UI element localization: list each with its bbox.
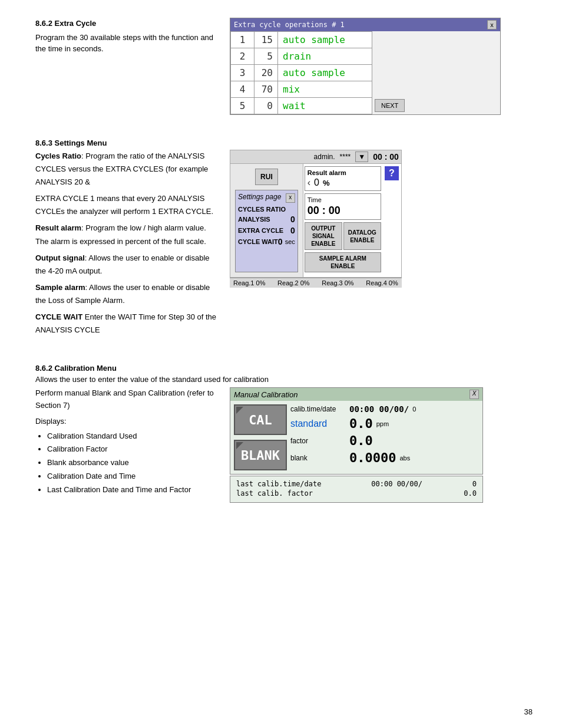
- last-factor-value: 0.0: [464, 489, 477, 498]
- perform-text: Perform manual Blank and Span Calibratio…: [35, 387, 218, 412]
- cycles-ratio-row: CYCLES RATIO: [238, 206, 295, 213]
- question-button[interactable]: ?: [385, 166, 399, 180]
- ec-func-4: wait: [278, 98, 372, 114]
- cycle-wait-row: CYCLE WAIT 0 sec: [238, 237, 295, 246]
- sample-alarm-button[interactable]: SAMPLE ALARM ENABLE: [305, 252, 381, 272]
- analysis-row: ANALYSIS 0: [238, 215, 295, 224]
- calibration-body: CAL BLANK calib.time/date 00:00 00/00/: [230, 401, 482, 474]
- result-alarm-label: Result alarm: [308, 169, 378, 176]
- ec-num-1: 2: [231, 48, 254, 65]
- factor-label: factor: [290, 437, 349, 445]
- settings-page-title: Settings page: [238, 193, 281, 201]
- datalog-enable-label: ENABLE: [345, 236, 379, 244]
- cycles-ratio-text: Cycles Ratio: Program the ratio of the A…: [35, 150, 218, 189]
- next-button[interactable]: NEXT: [375, 99, 405, 112]
- reag-item-2: Reag.3 0%: [322, 279, 353, 286]
- datalog-label: DATALOG: [345, 229, 379, 236]
- cycle-wait-text: CYCLE WAIT Enter the WAIT Time for Step …: [35, 311, 218, 337]
- calibration-header: 8.6.2 Calibration Menu: [35, 364, 533, 373]
- reag-item-0: Reag.1 0%: [233, 279, 265, 286]
- sample-enable-label: ENABLE: [307, 262, 379, 270]
- run-button[interactable]: RUI: [255, 169, 278, 185]
- settings-dialog-area: admin. **** ▼ 00 : 00 RUI Settings page …: [230, 150, 402, 340]
- blank-unit: abs: [399, 454, 410, 462]
- extra-cycle-body: 1 15 auto sample 2 5 drain 3 20 auto sam…: [230, 31, 500, 114]
- blank-row: blank 0.0000 abs: [290, 450, 479, 465]
- time-box: Time 00 : 00: [305, 193, 381, 220]
- calib-time-value: 00:00 00/00/: [349, 404, 409, 414]
- standard-unit: ppm: [376, 420, 389, 427]
- calibration-close-button[interactable]: X: [470, 390, 479, 399]
- ec-time-1: 5: [254, 48, 278, 65]
- standard-row: standard 0.0 ppm: [290, 416, 479, 431]
- result-alarm-arrow[interactable]: ‹: [308, 177, 310, 188]
- ec-func-0: auto sample: [278, 32, 372, 48]
- calibration-title: Manual Calibration: [234, 390, 297, 399]
- ec-num-3: 4: [231, 81, 254, 98]
- ec-time-3: 70: [254, 81, 278, 98]
- output-enable-label: ENABLE: [306, 240, 340, 248]
- calib-time-extra: 0: [412, 406, 416, 413]
- displays-label: Displays:: [35, 416, 218, 428]
- calibration-fields: calib.time/date 00:00 00/00/ 0 standard …: [290, 404, 479, 470]
- result-alarm-box: Result alarm ‹ 0 %: [305, 166, 381, 191]
- cal-corner: [236, 407, 243, 414]
- list-item: Calibration Standard Used: [47, 430, 218, 443]
- settings-main-area: RUI Settings page x CYCLES RATIO: [230, 163, 402, 278]
- settings-close-button[interactable]: x: [286, 193, 295, 203]
- blank-value: 0.0000: [349, 450, 396, 465]
- question-area: ?: [382, 164, 401, 277]
- result-alarm-value: 0: [314, 177, 319, 188]
- reag-bar: Reag.1 0%Reag.2 0%Reag.3 0%Reag.4 0%: [230, 278, 402, 288]
- last-calib-time-label: last calib.time/date: [236, 480, 322, 488]
- table-row: 1 15 auto sample: [231, 32, 372, 48]
- output-signal-text: Output signal: Allows the user to enable…: [35, 252, 218, 278]
- extra-cycle-value: 0: [290, 226, 295, 235]
- extra-cycle-desc: Program the 30 available steps with the …: [35, 32, 218, 55]
- time-value: 00 : 00: [308, 205, 378, 217]
- ec-num-4: 5: [231, 98, 254, 114]
- last-time-row: last calib.time/date 00:00 00/00/ 0: [236, 480, 477, 488]
- ec-time-2: 20: [254, 65, 278, 81]
- standard-value: 0.0: [349, 416, 373, 431]
- extra-cycle-titlebar: Extra cycle operations # 1 x: [230, 18, 500, 31]
- datalog-button[interactable]: DATALOG ENABLE: [343, 222, 381, 250]
- result-alarm-row: ‹ 0 %: [308, 177, 378, 188]
- output-signal-button[interactable]: OUTPUT SIGNAL ENABLE: [305, 222, 342, 250]
- ec-time-4: 0: [254, 98, 278, 114]
- analysis-label: ANALYSIS: [238, 216, 270, 223]
- ec-func-1: drain: [278, 48, 372, 65]
- settings-right: Result alarm ‹ 0 % Time 00 : 00: [305, 166, 381, 275]
- calibration-dialog-area: Manual Calibration X CAL BLANK: [230, 387, 483, 503]
- sample-alarm-label: SAMPLE ALARM: [307, 255, 379, 262]
- cal-button-label: CAL: [249, 413, 272, 427]
- admin-label: admin.: [314, 153, 335, 161]
- calibration-text: Perform manual Blank and Span Calibratio…: [35, 387, 218, 503]
- standard-label: standard: [290, 419, 349, 429]
- calibration-buttons: CAL BLANK: [234, 404, 287, 470]
- cycle-wait-value: 0: [278, 237, 283, 246]
- table-row: 4 70 mix: [231, 81, 372, 98]
- blank-button-label: BLANK: [241, 448, 280, 463]
- header-time: 00 : 00: [373, 152, 399, 162]
- table-row: 5 0 wait: [231, 98, 372, 114]
- calib-list: Calibration Standard UsedCalibration Fac…: [47, 430, 218, 496]
- blank-button[interactable]: BLANK: [234, 440, 287, 470]
- ec-func-2: auto sample: [278, 65, 372, 81]
- time-label: Time: [308, 196, 378, 203]
- last-calib-time-value: 00:00 00/00/: [371, 480, 422, 488]
- dropdown-button[interactable]: ▼: [355, 151, 368, 162]
- extra-cycle-dialog: Extra cycle operations # 1 x 1 15 auto s…: [230, 18, 501, 115]
- settings-page-dialog: Settings page x CYCLES RATIO ANALYSIS 0: [235, 190, 298, 272]
- ec-num-2: 3: [231, 65, 254, 81]
- extra-cycle-label: EXTRA CYCLE: [238, 227, 283, 234]
- ec-func-3: mix: [278, 81, 372, 98]
- last-factor-row: last calib. factor 0.0: [236, 489, 477, 498]
- extra-cycle-close-button[interactable]: x: [487, 20, 497, 29]
- calibration-layout: Perform manual Blank and Span Calibratio…: [35, 387, 533, 503]
- settings-header-bar: admin. **** ▼ 00 : 00: [230, 150, 402, 163]
- last-calib-time-extra: 0: [472, 480, 477, 488]
- last-factor-label: last calib. factor: [236, 489, 313, 498]
- cal-button[interactable]: CAL: [234, 404, 287, 435]
- page-number: 38: [524, 707, 533, 716]
